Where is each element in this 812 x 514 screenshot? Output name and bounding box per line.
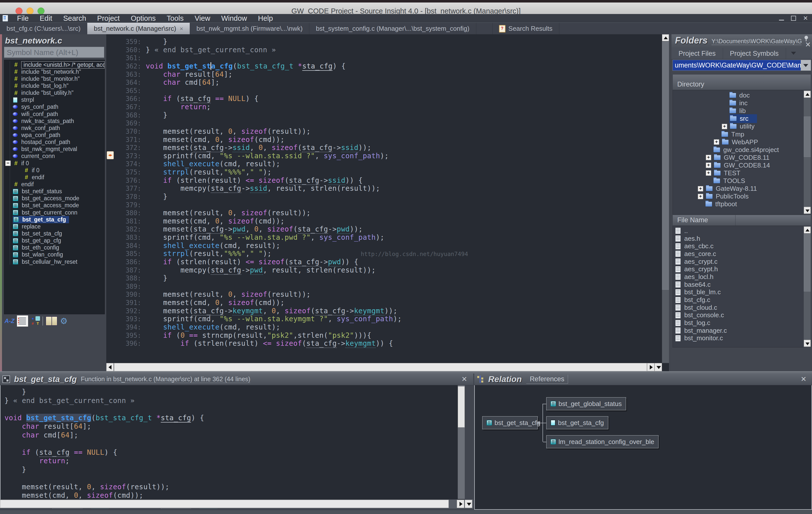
file-item[interactable]: bst_log.c <box>673 319 811 327</box>
menu-project[interactable]: Project <box>92 14 125 23</box>
symbol-item[interactable]: replace <box>4 223 105 230</box>
file-tab[interactable]: bst_system_config.c (Manager\...\bst_sys… <box>309 23 476 34</box>
symbol-item[interactable]: #include <unistd.h> /* getopt, access */ <box>4 61 105 68</box>
tab-project-files[interactable]: Project Files <box>671 48 723 59</box>
relation-root-node[interactable]: bst_get_sta_cfg <box>482 416 538 429</box>
scroll-down-button[interactable] <box>804 340 811 347</box>
editor-line[interactable]: 364: char cmd[64]; <box>106 79 662 87</box>
compare-marker-icon[interactable]: ◂▸ <box>107 151 114 159</box>
editor-line[interactable]: 377: memcpy(sta_cfg->ssid, result, strle… <box>106 184 662 193</box>
directory-combo[interactable]: uments\WORK\GateWay\GW_CODE\Manag <box>672 60 811 71</box>
classes-filter-icon[interactable]: ▫ <box>35 316 40 321</box>
tab-project-symbols[interactable]: Project Symbols <box>723 48 786 59</box>
symbol-item[interactable]: #endif <box>4 181 105 188</box>
expand-icon[interactable]: + <box>706 155 711 160</box>
scroll-up-button[interactable] <box>804 91 811 98</box>
symbol-filter-buttons[interactable]: ● ▫ # T <box>30 316 40 326</box>
expand-icon[interactable]: + <box>698 186 703 192</box>
editor-line[interactable]: 390: memset(result, 0, sizeof(result)); <box>106 290 662 299</box>
directory-column-header[interactable]: Directory <box>672 74 811 90</box>
symbol-item[interactable]: bst_get_access_mode <box>4 195 105 202</box>
symbol-item[interactable]: wifi_conf_path <box>4 111 105 117</box>
symbol-item[interactable]: nwk_trac_stats_path <box>4 117 105 124</box>
pin-icon[interactable] <box>805 36 808 39</box>
gear-icon[interactable]: ⚙ <box>60 317 67 325</box>
folders-close-icon[interactable]: ✕ <box>805 41 811 48</box>
file-item[interactable]: base64.c <box>673 281 811 288</box>
file-item[interactable]: bst_cfg.c <box>673 296 811 304</box>
menu-edit[interactable]: Edit <box>34 14 58 23</box>
minimize-icon[interactable] <box>779 20 784 21</box>
tree-item[interactable]: doc <box>673 91 811 99</box>
expand-icon[interactable]: + <box>698 194 703 199</box>
types-filter-icon[interactable]: T <box>35 321 40 326</box>
expand-icon[interactable]: + <box>722 124 727 129</box>
tree-item[interactable]: +WebAPP <box>673 138 811 146</box>
tree-item[interactable]: +GW_CODE8.11 <box>673 154 811 162</box>
context-vscroll-thumb[interactable] <box>458 386 465 428</box>
list-view-button[interactable] <box>17 315 28 326</box>
symbol-item[interactable]: #include "bst_log.h" <box>4 82 105 89</box>
sort-alpha-button[interactable]: A-Z <box>4 317 14 324</box>
editor-line[interactable]: 360:} « end bst_get_current_conn » <box>106 46 662 54</box>
editor-line[interactable]: 393: sprintf(cmd, "%s --wlan.sta.keymgmt… <box>106 315 662 323</box>
menu-options[interactable]: Options <box>125 14 161 23</box>
relation-close-icon[interactable]: ✕ <box>801 376 807 383</box>
tree-item[interactable]: +TEST <box>673 169 811 177</box>
file-item[interactable]: bst_manager.c <box>673 327 811 335</box>
editor-hscroll-thumb[interactable] <box>114 363 647 371</box>
editor-line[interactable]: 388: } <box>106 274 662 283</box>
docs-button[interactable] <box>46 316 58 326</box>
scroll-down-button[interactable] <box>465 500 472 508</box>
symbol-item[interactable]: bst_get_current_conn <box>4 209 105 216</box>
editor-line[interactable]: 373: sprintf(cmd, "%s --wlan.sta.ssid ?"… <box>106 152 662 160</box>
editor-line[interactable]: 379: <box>106 201 662 209</box>
menu-search[interactable]: Search <box>58 14 92 23</box>
tree-item[interactable]: lib <box>673 107 811 115</box>
relation-ref-node[interactable]: bst_get_sta_cfg <box>546 416 608 429</box>
scroll-down-button[interactable] <box>804 207 811 214</box>
file-item[interactable]: .. <box>673 227 811 235</box>
symbol-item[interactable]: #include "bst_monitor.h" <box>4 75 105 82</box>
editor-line[interactable]: 359: } <box>106 38 662 46</box>
editor-line[interactable]: 371: memset(cmd, 0, sizeof(cmd)); <box>106 136 662 144</box>
context-code[interactable]: }} « end bst_get_current_conn »void bst_… <box>0 385 465 499</box>
symbol-item[interactable]: bst_get_ap_cfg <box>4 237 105 244</box>
symbol-item[interactable]: bst_set_access_mode <box>4 202 105 209</box>
file-item[interactable]: bst_console.c <box>673 312 811 319</box>
editor-line[interactable]: 376: if (strlen(result) <= sizeof(sta_cf… <box>106 176 662 185</box>
file-item[interactable]: bst_monitor.c <box>673 335 811 342</box>
symbol-item[interactable]: bst_netif_status <box>4 188 105 195</box>
editor-line[interactable]: 375: strrpl(result,"%%%"," "); <box>106 168 662 176</box>
close-icon[interactable]: ✕ <box>803 15 808 21</box>
symbol-item[interactable]: #if 0 <box>4 167 105 174</box>
tree-item[interactable]: src <box>673 115 811 122</box>
file-tab[interactable]: bst_nwk_mgmt.sh (Firmware\...\nwk) <box>190 23 310 34</box>
maximize-icon[interactable] <box>791 16 796 21</box>
file-item[interactable]: aes_crypt.c <box>673 258 811 265</box>
editor-line[interactable]: 365: <box>106 87 662 95</box>
symbol-item[interactable]: bst_cellular_hw_reset <box>4 258 105 265</box>
scroll-left-button[interactable] <box>106 363 114 371</box>
defines-filter-icon[interactable]: # <box>30 321 35 326</box>
symbol-item[interactable]: nwk_conf_path <box>4 124 105 132</box>
context-hscroll-thumb[interactable] <box>0 500 449 508</box>
symbol-item[interactable]: #include "bst_network.h" <box>4 68 105 75</box>
editor-line[interactable]: 369: <box>106 119 662 127</box>
editor-line[interactable]: 367: return; <box>106 103 662 111</box>
file-tab[interactable]: bst_cfg.c (C:\users\...\src) <box>0 23 87 34</box>
editor-vscroll-thumb[interactable] <box>662 42 669 290</box>
file-item[interactable]: aes_cbc.c <box>673 242 811 250</box>
expand-icon[interactable]: + <box>706 163 711 168</box>
editor-line[interactable]: 383: sprintf(cmd, "%s --wlan.sta.pwd ?",… <box>106 233 662 242</box>
symbol-name-input[interactable]: Symbol Name (Alt+L) <box>4 47 104 58</box>
dirtree-vscrollbar[interactable] <box>804 90 811 214</box>
symbol-item[interactable]: bst_set_sta_cfg <box>4 230 105 237</box>
symbol-item[interactable]: #endif <box>4 174 105 181</box>
dirtree-vscroll-thumb[interactable] <box>804 116 811 157</box>
symbol-item[interactable]: #include "bst_utility.h" <box>4 89 105 96</box>
editor-line[interactable]: 370: memset(result, 0, sizeof(result)); <box>106 127 662 136</box>
editor-line[interactable]: 384: shell_execute(cmd, result); <box>106 242 662 250</box>
file-tab[interactable]: ?Search Results <box>492 23 559 34</box>
symbol-item[interactable]: bst_eth_config <box>4 244 105 251</box>
